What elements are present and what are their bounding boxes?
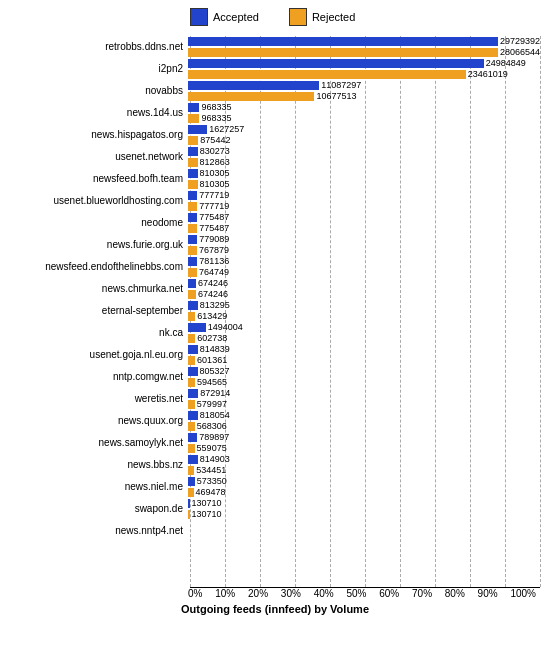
accepted-value: 779089	[199, 234, 229, 244]
bar-group: 830273812863	[188, 146, 540, 167]
bar-group: 573350469478	[188, 476, 540, 497]
rejected-bar-line: 968335	[188, 114, 540, 123]
rejected-bar-line: 534451	[188, 466, 540, 475]
rejected-bar-line: 777719	[188, 202, 540, 211]
accepted-value: 830273	[200, 146, 230, 156]
row-label: i2pn2	[10, 63, 188, 74]
accepted-bar-line: 1494004	[188, 323, 540, 332]
rejected-bar	[188, 466, 194, 475]
accepted-value: 805327	[200, 366, 230, 376]
accepted-bar	[188, 169, 198, 178]
accepted-value: 810305	[200, 168, 230, 178]
accepted-bar-line: 968335	[188, 103, 540, 112]
bar-group: 775487775487	[188, 212, 540, 233]
bar-row: newsfeed.bofh.team810305810305	[10, 168, 540, 189]
rejected-bar	[188, 48, 498, 57]
x-axis-label: 50%	[346, 588, 366, 599]
rejected-bar	[188, 290, 196, 299]
rejected-value: 767879	[199, 245, 229, 255]
bar-row: news.bbs.nz814903534451	[10, 454, 540, 475]
rejected-label: Rejected	[312, 11, 355, 23]
row-label: news.niel.me	[10, 481, 188, 492]
rejected-bar	[188, 334, 195, 343]
rejected-bar-line: 810305	[188, 180, 540, 189]
x-axis-label: 40%	[314, 588, 334, 599]
rejected-bar	[188, 268, 197, 277]
accepted-bar	[188, 499, 190, 508]
bar-row: i2pn22498484923461019	[10, 58, 540, 79]
rejected-value: 469478	[196, 487, 226, 497]
accepted-value: 24984849	[486, 58, 526, 68]
rejected-bar-line	[188, 532, 540, 541]
accepted-value: 29729392	[500, 36, 540, 46]
accepted-bar	[188, 235, 197, 244]
rejected-bar-line: 594565	[188, 378, 540, 387]
row-label: news.nntp4.net	[10, 525, 188, 536]
rejected-bar-line: 812863	[188, 158, 540, 167]
accepted-bar-line: 781136	[188, 257, 540, 266]
bar-group	[188, 520, 540, 541]
rejected-bar-line: 559075	[188, 444, 540, 453]
accepted-bar-line: 818054	[188, 411, 540, 420]
bar-row: news.chmurka.net674246674246	[10, 278, 540, 299]
accepted-bar	[188, 455, 198, 464]
rejected-value: 10677513	[316, 91, 356, 101]
rejected-color-box	[289, 8, 307, 26]
bar-row: nk.ca1494004602738	[10, 322, 540, 343]
rejected-bar-line: 469478	[188, 488, 540, 497]
rejected-bar	[188, 70, 466, 79]
bar-row: news.hispagatos.org1627257875442	[10, 124, 540, 145]
bar-group: 1108729710677513	[188, 80, 540, 101]
accepted-value: 775487	[199, 212, 229, 222]
rejected-bar-line: 568306	[188, 422, 540, 431]
bar-group: 805327594565	[188, 366, 540, 387]
bar-row: news.nntp4.net	[10, 520, 540, 541]
accepted-bar-line: 779089	[188, 235, 540, 244]
row-label: newsfeed.endofthelinebbs.com	[10, 261, 188, 272]
bar-group: 789897559075	[188, 432, 540, 453]
x-axis-label: 20%	[248, 588, 268, 599]
x-axis-label: 30%	[281, 588, 301, 599]
rejected-bar-line: 613429	[188, 312, 540, 321]
rejected-value: 23461019	[468, 69, 508, 79]
bar-group: 2972939228066544	[188, 36, 540, 57]
x-axis-label: 80%	[445, 588, 465, 599]
rejected-bar	[188, 224, 197, 233]
rejected-value: 777719	[199, 201, 229, 211]
grid-line	[540, 36, 541, 587]
rejected-bar-line: 28066544	[188, 48, 540, 57]
rejected-bar	[188, 114, 199, 123]
bar-row: weretis.net872914579997	[10, 388, 540, 409]
row-label: news.quux.org	[10, 415, 188, 426]
rejected-bar	[188, 400, 195, 409]
accepted-value: 818054	[200, 410, 230, 420]
x-axis-label: 60%	[379, 588, 399, 599]
rejected-bar-line: 601361	[188, 356, 540, 365]
bar-row: news.quux.org818054568306	[10, 410, 540, 431]
rejected-bar	[188, 422, 195, 431]
accepted-bar-line: 814903	[188, 455, 540, 464]
accepted-bar	[188, 367, 198, 376]
bar-row: usenet.network830273812863	[10, 146, 540, 167]
accepted-bar-line	[188, 521, 540, 530]
accepted-bar-line: 814839	[188, 345, 540, 354]
rejected-value: 568306	[197, 421, 227, 431]
rejected-value: 764749	[199, 267, 229, 277]
axis-title: Outgoing feeds (innfeed) by Volume	[10, 603, 540, 615]
row-label: nntp.comgw.net	[10, 371, 188, 382]
accepted-bar	[188, 389, 198, 398]
row-label: retrobbs.ddns.net	[10, 41, 188, 52]
bar-row: novabbs1108729710677513	[10, 80, 540, 101]
accepted-bar-line: 805327	[188, 367, 540, 376]
row-label: weretis.net	[10, 393, 188, 404]
row-label: news.hispagatos.org	[10, 129, 188, 140]
x-axis-labels-row: 0%10%20%30%40%50%60%70%80%90%100%	[188, 588, 538, 599]
accepted-bar	[188, 345, 198, 354]
rejected-bar	[188, 510, 190, 519]
rejected-bar-line: 775487	[188, 224, 540, 233]
rejected-bar	[188, 136, 198, 145]
rejected-value: 594565	[197, 377, 227, 387]
accepted-bar	[188, 257, 197, 266]
accepted-value: 1494004	[208, 322, 243, 332]
accepted-value: 789897	[199, 432, 229, 442]
